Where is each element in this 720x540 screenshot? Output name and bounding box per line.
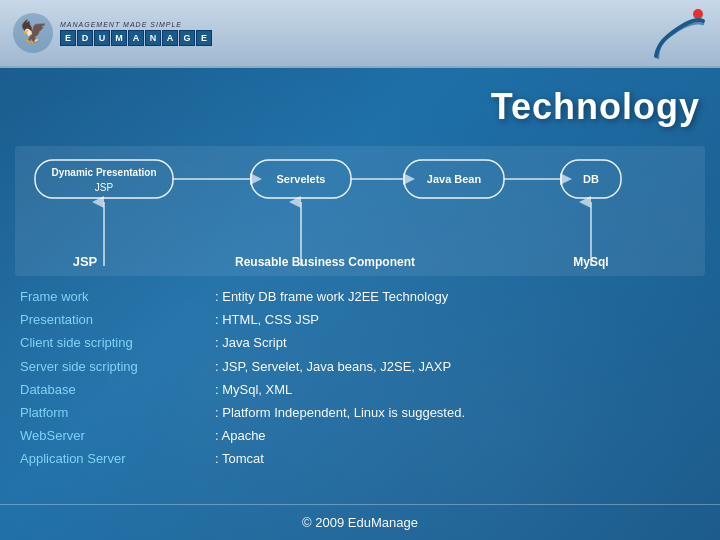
logo-area: 🦅 Management Made Simple E D U M A N A G… (12, 12, 212, 54)
eagle-icon: 🦅 (12, 12, 54, 54)
brand-swoosh (648, 6, 708, 61)
header: 🦅 Management Made Simple E D U M A N A G… (0, 0, 720, 68)
slide: 🦅 Management Made Simple E D U M A N A G… (0, 0, 720, 540)
page-title: Technology (491, 86, 700, 127)
footer: © 2009 EduManage (0, 504, 720, 540)
logo-letter-d: D (77, 30, 93, 46)
logo-letter-e: E (60, 30, 76, 46)
logo-letter-a: A (128, 30, 144, 46)
diagram-area: Dynamic Presentation JSP Servelets Java … (15, 146, 705, 276)
logo-letter-e2: E (196, 30, 212, 46)
logo-letter-g: G (179, 30, 195, 46)
logo-text: Management Made Simple E D U M A N A G E (60, 21, 212, 46)
brand-logo (648, 6, 708, 61)
logo-letter-m: M (111, 30, 127, 46)
svg-point-2 (693, 9, 703, 19)
logo-letter-n: N (145, 30, 161, 46)
footer-text: © 2009 EduManage (302, 515, 418, 530)
logo-boxes: E D U M A N A G E (60, 30, 212, 46)
tagline: Management Made Simple (60, 21, 212, 28)
title-area: Technology (0, 68, 720, 138)
svg-text:🦅: 🦅 (20, 18, 48, 45)
logo-letter-a2: A (162, 30, 178, 46)
logo-letter-u: U (94, 30, 110, 46)
diagram-background (15, 146, 705, 276)
